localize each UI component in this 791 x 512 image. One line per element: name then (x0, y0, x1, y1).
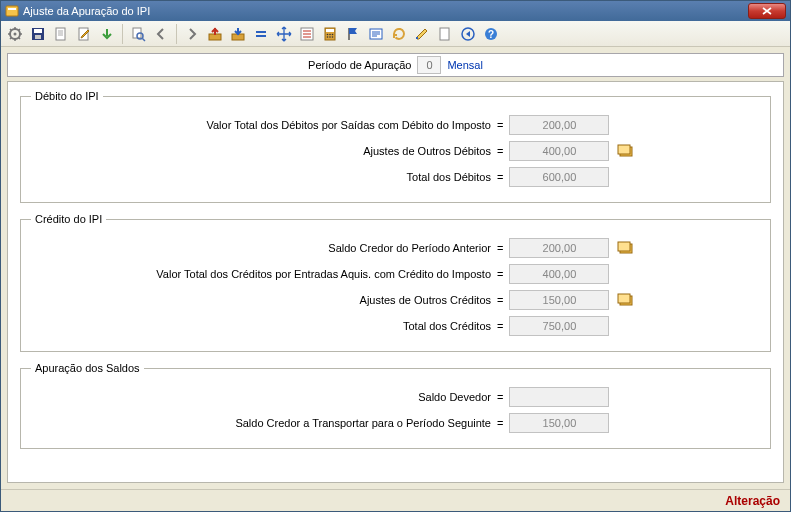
label: Ajustes de Outros Débitos (31, 145, 491, 157)
toolbar-separator (176, 24, 177, 44)
svg-rect-0 (6, 6, 18, 16)
credito-group: Crédito do IPI Saldo Credor do Período A… (20, 213, 771, 352)
next-button[interactable] (181, 23, 203, 45)
svg-point-16 (327, 33, 329, 35)
input-debito-total[interactable] (509, 167, 609, 187)
folder-stack-icon (617, 291, 635, 309)
magnifier-icon (130, 26, 146, 42)
document-button[interactable] (50, 23, 72, 45)
notes-icon (368, 26, 384, 42)
equals-sign: = (497, 391, 503, 403)
input-debito-ajustes[interactable] (509, 141, 609, 161)
detail-debito-ajustes-button[interactable] (615, 141, 637, 161)
input-credito-saldo-anterior[interactable] (509, 238, 609, 258)
svg-point-21 (332, 36, 334, 38)
row-saldo-devedor: Saldo Devedor = (31, 384, 760, 410)
list-icon (299, 26, 315, 42)
equals-sign: = (497, 171, 503, 183)
refresh-icon (391, 26, 407, 42)
period-bar: Período de Apuração 0 Mensal (7, 53, 784, 77)
help-icon: ? (483, 26, 499, 42)
status-text: Alteração (725, 494, 780, 508)
app-icon (5, 4, 19, 18)
svg-point-18 (332, 33, 334, 35)
period-label: Período de Apuração (308, 59, 411, 71)
label: Total dos Créditos (31, 320, 491, 332)
page-button[interactable] (434, 23, 456, 45)
input-credito-total[interactable] (509, 316, 609, 336)
export-icon (207, 26, 223, 42)
period-value: 0 (417, 56, 441, 74)
toolbar-separator (122, 24, 123, 44)
label: Saldo Credor a Transportar para o Períod… (31, 417, 491, 429)
list-button[interactable] (296, 23, 318, 45)
input-credito-ajustes[interactable] (509, 290, 609, 310)
input-saldo-transportar[interactable] (509, 413, 609, 433)
down-button[interactable] (96, 23, 118, 45)
label: Ajustes de Outros Créditos (31, 294, 491, 306)
calc-button[interactable] (319, 23, 341, 45)
equals-button[interactable] (250, 23, 272, 45)
prev-button[interactable] (150, 23, 172, 45)
chevron-right-icon (185, 27, 199, 41)
svg-rect-23 (440, 28, 449, 40)
calculator-icon (322, 26, 338, 42)
edit-icon (76, 26, 92, 42)
move-button[interactable] (273, 23, 295, 45)
svg-rect-5 (34, 29, 42, 33)
input-saldo-devedor[interactable] (509, 387, 609, 407)
window: Ajuste da Apuração do IPI ? (0, 0, 791, 512)
label: Total dos Débitos (31, 171, 491, 183)
equals-sign: = (497, 294, 503, 306)
detail-credito-saldo-button[interactable] (615, 238, 637, 258)
preview-button[interactable] (127, 23, 149, 45)
settings-button[interactable] (4, 23, 26, 45)
label: Valor Total dos Débitos por Saídas com D… (31, 119, 491, 131)
apuracao-legend: Apuração dos Saldos (31, 362, 144, 374)
debito-group: Débito do IPI Valor Total dos Débitos po… (20, 90, 771, 203)
gear-icon (7, 26, 23, 42)
input-debito-total-saidas[interactable] (509, 115, 609, 135)
import-button[interactable] (227, 23, 249, 45)
edit-button[interactable] (73, 23, 95, 45)
export-button[interactable] (204, 23, 226, 45)
svg-point-3 (14, 32, 17, 35)
close-button[interactable] (748, 3, 786, 19)
main-panel: Débito do IPI Valor Total dos Débitos po… (7, 81, 784, 483)
folder-stack-icon (617, 239, 635, 257)
input-credito-total-entradas[interactable] (509, 264, 609, 284)
move-icon (276, 26, 292, 42)
equals-sign: = (497, 119, 503, 131)
svg-rect-30 (618, 242, 630, 251)
titlebar: Ajuste da Apuração do IPI (1, 1, 790, 21)
notes-button[interactable] (365, 23, 387, 45)
detail-credito-ajustes-button[interactable] (615, 290, 637, 310)
equals-sign: = (497, 417, 503, 429)
row-debito-ajustes: Ajustes de Outros Débitos = (31, 138, 760, 164)
credito-legend: Crédito do IPI (31, 213, 106, 225)
svg-rect-1 (8, 8, 16, 10)
period-type: Mensal (447, 59, 482, 71)
save-button[interactable] (27, 23, 49, 45)
row-credito-saldo-anterior: Saldo Credor do Período Anterior = (31, 235, 760, 261)
content-area: Período de Apuração 0 Mensal Débito do I… (1, 47, 790, 489)
label: Saldo Credor do Período Anterior (31, 242, 491, 254)
svg-rect-7 (56, 28, 65, 40)
row-credito-total: Total dos Créditos = (31, 313, 760, 339)
svg-point-17 (329, 33, 331, 35)
rewind-button[interactable] (457, 23, 479, 45)
save-icon (30, 26, 46, 42)
window-title: Ajuste da Apuração do IPI (23, 5, 150, 17)
svg-text:?: ? (488, 29, 494, 40)
equals-sign: = (497, 268, 503, 280)
refresh-button[interactable] (388, 23, 410, 45)
equals-sign: = (497, 145, 503, 157)
statusbar: Alteração (1, 489, 790, 511)
help-button[interactable]: ? (480, 23, 502, 45)
svg-rect-6 (35, 35, 41, 39)
pencil-button[interactable] (411, 23, 433, 45)
equals-sign: = (497, 242, 503, 254)
flag-button[interactable] (342, 23, 364, 45)
equals-sign: = (497, 320, 503, 332)
row-debito-total: Total dos Débitos = (31, 164, 760, 190)
